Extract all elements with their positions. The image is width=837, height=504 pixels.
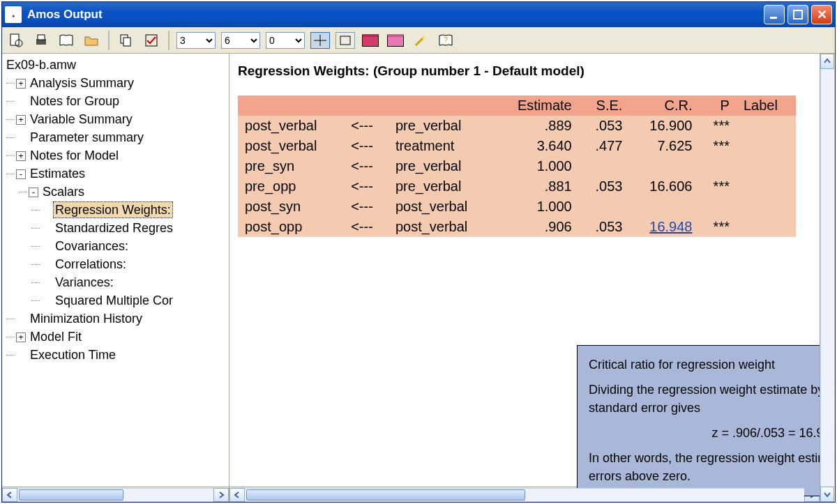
decimals-select-1[interactable]: 3 <box>176 32 216 49</box>
table-cell <box>737 176 796 197</box>
table-cell <box>737 136 796 156</box>
table-cell <box>699 156 736 176</box>
table-row: post_verbal<---pre_verbal.889.05316.900*… <box>238 116 796 136</box>
scroll-down-icon[interactable] <box>820 487 834 502</box>
tree-item-label: Analysis Summary <box>29 75 135 91</box>
tree-item[interactable]: Parameter summary <box>16 128 227 146</box>
scroll-left-icon[interactable] <box>229 488 245 502</box>
minimize-button[interactable] <box>764 5 785 24</box>
svg-rect-5 <box>38 35 45 40</box>
table-cell: post_verbal <box>389 217 495 237</box>
table-cell: post_syn <box>238 197 344 217</box>
nav-tree[interactable]: Ex09-b.amw +Analysis SummaryNotes for Gr… <box>2 54 229 487</box>
tree-item-label: Correlations: <box>54 257 128 272</box>
color-swatch-pink[interactable] <box>386 31 405 50</box>
toolbar: 3 6 0 ? <box>2 27 835 54</box>
table-cell: 16.606 <box>629 176 699 197</box>
view-mode-box[interactable] <box>335 32 355 49</box>
toolbar-separator <box>108 31 110 50</box>
cr-link[interactable]: 16.948 <box>649 219 692 234</box>
table-cell: post_verbal <box>238 116 344 136</box>
tree-item[interactable]: Regression Weights: <box>41 201 227 219</box>
tree-item-label: Squared Multiple Cor <box>54 293 174 308</box>
wand-icon[interactable] <box>411 31 430 50</box>
table-cell: pre_opp <box>238 176 344 197</box>
tree-item-label: Notes for Group <box>29 93 121 109</box>
print-icon[interactable] <box>31 31 51 50</box>
table-cell[interactable]: 16.948 <box>629 217 699 237</box>
open-folder-icon[interactable] <box>82 31 101 50</box>
tree-expander-icon[interactable]: + <box>16 333 26 342</box>
table-cell: 16.900 <box>629 116 699 136</box>
book-icon[interactable] <box>56 31 76 50</box>
tree-item-label: Parameter summary <box>29 130 145 145</box>
svg-point-12 <box>422 36 425 39</box>
svg-rect-7 <box>123 38 130 46</box>
tree-expander-icon[interactable]: + <box>16 151 26 161</box>
tree-item[interactable]: Variances: <box>41 273 227 291</box>
regression-weights-table: Estimate S.E. C.R. P Label post_verbal<-… <box>238 96 796 237</box>
table-cell <box>579 197 630 217</box>
tree-expander-icon[interactable]: + <box>16 79 26 89</box>
tooltip-line2: In other words, the regression weight es… <box>589 449 820 485</box>
table-cell: <--- <box>344 136 389 156</box>
view-mode-cross[interactable] <box>310 32 330 49</box>
table-cell: pre_verbal <box>389 116 495 136</box>
tree-item-label: Scalars <box>41 184 86 199</box>
copy-icon[interactable] <box>116 31 136 50</box>
table-row: pre_syn<---pre_verbal1.000 <box>238 156 796 176</box>
table-cell: post_opp <box>238 217 344 237</box>
tree-item[interactable]: Squared Multiple Cor <box>41 291 227 310</box>
tree-item[interactable]: Correlations: <box>41 255 227 273</box>
table-cell <box>737 156 796 176</box>
tree-item[interactable]: Standardized Regres <box>41 219 227 237</box>
tree-item[interactable]: Minimization History <box>16 310 227 328</box>
table-cell: <--- <box>344 156 389 176</box>
tree-item-label: Variable Summary <box>29 112 134 127</box>
options-check-icon[interactable] <box>142 31 161 50</box>
table-cell: .053 <box>579 176 630 197</box>
table-cell: *** <box>699 116 736 136</box>
scroll-up-icon[interactable] <box>820 54 834 69</box>
tree-item[interactable]: -ScalarsRegression Weights:Standardized … <box>29 183 227 310</box>
table-cell <box>737 116 796 136</box>
print-preview-icon[interactable] <box>6 31 26 50</box>
amos-output-window: ⬩ Amos Output ✕ <box>1 1 836 503</box>
tooltip-equation: z = .906/.053 = 16.948. <box>589 424 820 442</box>
decimals-select-2[interactable]: 6 <box>221 32 260 49</box>
decimals-select-3[interactable]: 0 <box>266 32 305 49</box>
table-cell <box>737 217 796 237</box>
table-cell: .053 <box>579 217 630 237</box>
help-book-icon[interactable]: ? <box>436 31 455 50</box>
tree-item[interactable]: Covariances: <box>41 237 227 255</box>
scroll-left-icon[interactable] <box>2 488 17 502</box>
table-row: pre_opp<---pre_verbal.881.05316.606*** <box>238 176 796 197</box>
close-button[interactable]: ✕ <box>811 5 832 24</box>
tree-item[interactable]: -Estimates-ScalarsRegression Weights:Sta… <box>16 165 227 310</box>
main-hscrollbar[interactable] <box>229 487 820 502</box>
tree-item[interactable]: +Notes for Model <box>16 146 227 165</box>
tree-item[interactable]: Notes for Group <box>16 92 227 110</box>
scroll-right-icon[interactable] <box>213 488 229 502</box>
tree-expander-icon[interactable]: - <box>29 188 38 197</box>
tree-item[interactable]: Execution Time <box>16 346 227 364</box>
tree-expander-icon[interactable]: - <box>16 169 26 179</box>
tree-item-label: Covariances: <box>54 238 130 254</box>
tree-item[interactable]: +Analysis Summary <box>16 74 227 92</box>
table-row: post_opp<---post_verbal.906.05316.948*** <box>238 217 796 237</box>
color-swatch-red[interactable] <box>361 31 380 50</box>
table-cell: <--- <box>344 217 389 237</box>
table-cell: *** <box>699 217 736 237</box>
table-header-row: Estimate S.E. C.R. P Label <box>238 96 796 116</box>
tree-expander-icon[interactable]: + <box>16 115 26 125</box>
main-content: Regression Weights: (Group number 1 - De… <box>229 54 820 502</box>
maximize-button[interactable] <box>787 5 808 24</box>
sidebar-hscrollbar[interactable] <box>2 487 229 502</box>
main-vscrollbar[interactable] <box>820 54 835 502</box>
table-cell: pre_syn <box>238 156 344 176</box>
tree-item[interactable]: +Model Fit <box>16 328 227 346</box>
table-cell: *** <box>699 136 736 156</box>
table-cell: treatment <box>389 136 495 156</box>
tree-item[interactable]: +Variable Summary <box>16 110 227 128</box>
tree-item-label: Notes for Model <box>29 148 120 163</box>
